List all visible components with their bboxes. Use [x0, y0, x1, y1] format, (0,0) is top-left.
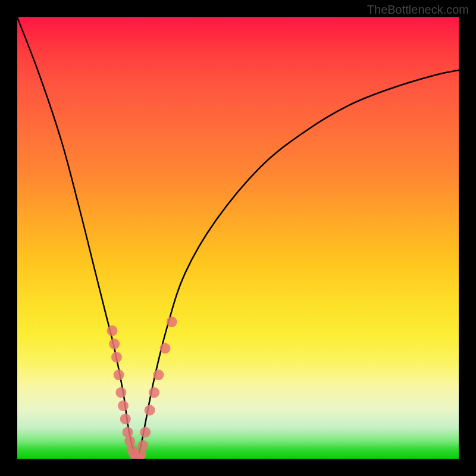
data-point: [107, 325, 118, 336]
data-point: [145, 405, 155, 415]
bottleneck-curve-path: [17, 17, 459, 459]
data-point: [118, 400, 129, 411]
data-point: [114, 369, 124, 380]
data-point: [111, 352, 122, 362]
chart-svg: [17, 17, 459, 459]
chart-plot-area: [17, 17, 459, 459]
data-point: [115, 387, 126, 398]
data-point: [109, 339, 120, 349]
watermark-text: TheBottleneck.com: [367, 3, 469, 17]
data-point: [149, 387, 159, 398]
data-point: [160, 343, 171, 354]
data-point: [167, 317, 177, 327]
data-point: [120, 414, 131, 424]
data-point: [153, 369, 164, 380]
data-point: [137, 440, 148, 451]
data-point: [140, 427, 151, 437]
chart-curves: [17, 17, 459, 459]
